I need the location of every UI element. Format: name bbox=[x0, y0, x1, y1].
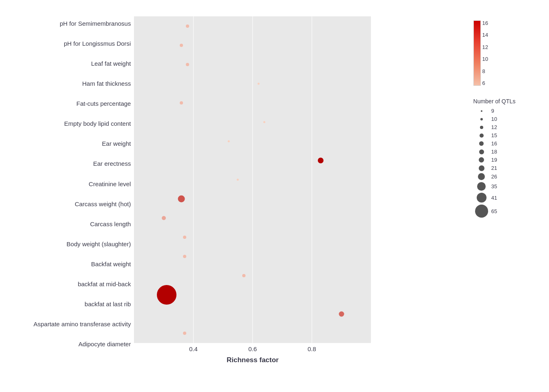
y-label: Aspartate amino transferase activity bbox=[33, 321, 131, 327]
grid-line bbox=[252, 16, 253, 343]
y-label: Fat-cuts percentage bbox=[76, 100, 131, 107]
size-dot-container bbox=[473, 110, 490, 112]
size-dot bbox=[477, 182, 486, 191]
size-legend-label: 41 bbox=[491, 195, 497, 201]
color-legend-tick: 16 bbox=[482, 20, 488, 26]
y-label: backfat at mid-back bbox=[78, 281, 131, 287]
size-dot-container bbox=[473, 149, 490, 154]
size-legend-label: 10 bbox=[491, 116, 497, 122]
color-bar bbox=[473, 20, 481, 86]
color-legend-tick: 8 bbox=[482, 69, 488, 74]
x-axis-title: Richness factor bbox=[134, 356, 371, 364]
data-dot bbox=[178, 196, 185, 203]
size-dot bbox=[480, 126, 483, 129]
y-label: Body weight (slaughter) bbox=[67, 241, 131, 247]
size-legend-item: 41 bbox=[473, 193, 497, 203]
x-axis-label: 0.4 bbox=[189, 345, 198, 352]
color-legend-tick: 14 bbox=[482, 32, 488, 38]
size-legend-label: 9 bbox=[491, 108, 494, 114]
size-legend-label: 16 bbox=[491, 140, 497, 147]
size-dot bbox=[479, 141, 484, 146]
y-label: backfat at last rib bbox=[85, 301, 131, 307]
size-legend-label: 18 bbox=[491, 149, 497, 155]
y-label: Ear erectness bbox=[93, 160, 131, 167]
size-dot bbox=[479, 157, 484, 163]
y-axis-labels: pH for SemimembranosuspH for Longissmus … bbox=[33, 20, 134, 347]
y-label: pH for Longissmus Dorsi bbox=[64, 40, 131, 47]
size-legend-item: 21 bbox=[473, 165, 497, 171]
size-legend-label: 26 bbox=[491, 174, 497, 180]
grid-line bbox=[312, 16, 312, 343]
y-label: Carcass length bbox=[90, 221, 131, 227]
data-dot bbox=[242, 274, 245, 277]
data-dot bbox=[157, 285, 176, 305]
size-legend-label: 19 bbox=[491, 157, 497, 163]
plot-area: pH for SemimembranosuspH for Longissmus … bbox=[33, 16, 461, 364]
plot-grid bbox=[134, 16, 371, 343]
size-legend-item: 18 bbox=[473, 149, 497, 155]
size-legend-title: Number of QTLs bbox=[473, 98, 516, 105]
size-legend-item: 15 bbox=[473, 132, 497, 138]
size-legend-item: 10 bbox=[473, 116, 497, 122]
color-legend-tick: 10 bbox=[482, 56, 488, 62]
size-legend-label: 35 bbox=[491, 183, 497, 189]
size-legend-item: 9 bbox=[473, 108, 497, 114]
size-legend-label: 15 bbox=[491, 132, 497, 138]
data-dot bbox=[228, 140, 230, 142]
size-dot-container bbox=[473, 173, 490, 180]
y-label: Creatinine level bbox=[89, 181, 131, 187]
y-label: Ham fat thickness bbox=[82, 80, 131, 87]
size-dot bbox=[480, 134, 484, 138]
size-dot bbox=[478, 173, 485, 180]
size-dot bbox=[479, 149, 484, 154]
data-dot bbox=[257, 82, 259, 85]
size-legend-item: 65 bbox=[473, 205, 497, 218]
y-label: Carcass weight (hot) bbox=[75, 201, 131, 207]
size-legend: Number of QTLs 91012151618192126354165 bbox=[473, 98, 516, 220]
size-legend-item: 16 bbox=[473, 140, 497, 147]
color-legend-tick: 6 bbox=[482, 80, 488, 86]
y-label: Backfat weight bbox=[91, 261, 131, 267]
size-dot-container bbox=[473, 182, 490, 191]
grid-line bbox=[193, 16, 194, 343]
color-ticks: 1614121086 bbox=[482, 20, 488, 86]
size-legend-item: 12 bbox=[473, 124, 497, 130]
x-axis-labels: 0.40.60.8 bbox=[134, 343, 371, 353]
y-label: Empty body lipid content bbox=[64, 120, 131, 127]
y-label: Ear weight bbox=[102, 140, 131, 147]
size-dot-container bbox=[473, 134, 490, 138]
x-axis-label: 0.8 bbox=[308, 345, 316, 352]
size-legend-label: 12 bbox=[491, 124, 497, 130]
data-dot bbox=[183, 236, 186, 239]
data-dot bbox=[318, 158, 324, 163]
y-label: pH for Semimembranosus bbox=[60, 20, 131, 27]
size-legend-label: 65 bbox=[491, 208, 497, 214]
size-dot bbox=[475, 205, 488, 218]
size-dot-container bbox=[473, 165, 490, 171]
x-axis-label: 0.6 bbox=[248, 345, 257, 352]
data-dot bbox=[186, 63, 189, 66]
y-label: Leaf fat weight bbox=[91, 60, 131, 67]
size-dot bbox=[479, 165, 484, 171]
data-dot bbox=[237, 179, 239, 181]
color-legend: 1614121086 bbox=[473, 20, 516, 86]
chart-inner: 0.40.60.8 Richness factor bbox=[134, 16, 371, 364]
data-dot bbox=[186, 24, 189, 28]
color-legend-tick: 12 bbox=[482, 45, 488, 50]
size-dot bbox=[477, 193, 487, 203]
size-dot-container bbox=[473, 141, 490, 146]
data-dot bbox=[180, 101, 183, 105]
size-legend-items: 91012151618192126354165 bbox=[473, 108, 497, 220]
data-dot bbox=[339, 312, 344, 317]
size-dot bbox=[480, 118, 483, 120]
y-label: Adipocyte diameter bbox=[78, 341, 131, 347]
size-legend-item: 19 bbox=[473, 157, 497, 163]
data-dot bbox=[183, 332, 186, 335]
legend-area: 1614121086 Number of QTLs 91012151618192… bbox=[473, 20, 516, 220]
size-dot-container bbox=[473, 118, 490, 120]
data-dot bbox=[263, 121, 266, 123]
size-legend-item: 26 bbox=[473, 173, 497, 180]
size-dot-container bbox=[473, 205, 490, 218]
size-dot-container bbox=[473, 157, 490, 163]
data-dot bbox=[183, 255, 186, 258]
